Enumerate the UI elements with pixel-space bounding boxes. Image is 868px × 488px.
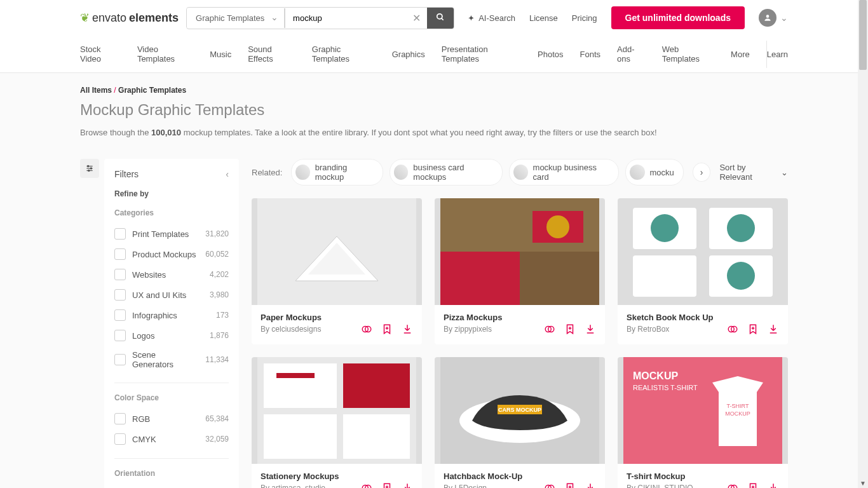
filter-name[interactable]: Websites bbox=[132, 270, 203, 280]
bookmark-icon[interactable] bbox=[747, 482, 759, 488]
clear-search-button[interactable]: ✕ bbox=[406, 12, 427, 24]
related-pill[interactable]: branding mockup bbox=[291, 159, 383, 186]
download-icon[interactable] bbox=[585, 323, 596, 337]
filter-name[interactable]: Logos bbox=[132, 331, 203, 341]
filter-name[interactable]: RGB bbox=[132, 414, 199, 424]
card-title[interactable]: Stationery Mockups bbox=[261, 471, 413, 481]
result-card[interactable]: Paper MockupsBy celciusdesigns bbox=[252, 198, 422, 344]
checkbox[interactable] bbox=[114, 289, 126, 301]
pill-thumb bbox=[513, 165, 527, 180]
filter-row: CMYK32,059 bbox=[114, 429, 229, 449]
sort-dropdown[interactable]: Sort by Relevant ⌄ bbox=[719, 163, 788, 182]
checkbox[interactable] bbox=[114, 269, 126, 280]
result-card[interactable]: CARS MOCKUPHatchback Mock-UpBy L5Design bbox=[435, 357, 605, 488]
result-card[interactable]: Sketch Book Mock UpBy RetroBox bbox=[618, 198, 788, 344]
bookmark-icon[interactable] bbox=[381, 323, 393, 337]
related-pill[interactable]: mockup business card bbox=[509, 159, 618, 186]
filter-name[interactable]: UX and UI Kits bbox=[132, 290, 203, 300]
similar-icon[interactable] bbox=[544, 323, 555, 337]
search-button[interactable] bbox=[427, 8, 454, 29]
category-select[interactable]: Graphic Templates bbox=[187, 8, 285, 28]
card-thumbnail[interactable] bbox=[252, 198, 422, 305]
checkbox[interactable] bbox=[114, 248, 126, 260]
similar-icon[interactable] bbox=[727, 482, 738, 488]
license-link[interactable]: License bbox=[529, 13, 558, 23]
bookmark-icon[interactable] bbox=[564, 482, 576, 488]
checkbox[interactable] bbox=[114, 354, 126, 365]
top-right: ✦ AI-Search License Pricing Get unlimite… bbox=[468, 6, 788, 29]
ai-search-link[interactable]: ✦ AI-Search bbox=[468, 13, 515, 23]
breadcrumb-root[interactable]: All Items bbox=[80, 86, 112, 95]
checkbox[interactable] bbox=[114, 330, 126, 341]
filter-name[interactable]: Infographics bbox=[132, 311, 210, 320]
nav-graphic-templates[interactable]: Graphic Templates bbox=[312, 36, 376, 72]
card-title[interactable]: Hatchback Mock-Up bbox=[444, 471, 596, 481]
related-pill[interactable]: business card mockups bbox=[390, 159, 503, 186]
card-title[interactable]: Sketch Book Mock Up bbox=[627, 313, 779, 322]
card-thumbnail[interactable] bbox=[435, 198, 605, 305]
chevron-down-icon: ⌄ bbox=[780, 13, 788, 23]
bookmark-icon[interactable] bbox=[381, 482, 393, 488]
similar-icon[interactable] bbox=[361, 482, 372, 488]
result-card[interactable]: Stationery MockupsBy artimasa_studio bbox=[252, 357, 422, 488]
bookmark-icon[interactable] bbox=[747, 323, 759, 337]
filter-name[interactable]: CMYK bbox=[132, 435, 199, 444]
svg-point-6 bbox=[88, 165, 89, 166]
nav-add-ons[interactable]: Add-ons bbox=[617, 36, 646, 72]
nav-video-templates[interactable]: Video Templates bbox=[137, 36, 193, 72]
nav-music[interactable]: Music bbox=[210, 41, 231, 68]
result-card[interactable]: MOCKUPREALISTIS T-SHIRTT-SHIRTMOCKUPT-sh… bbox=[618, 357, 788, 488]
card-thumbnail[interactable] bbox=[618, 198, 788, 305]
download-icon[interactable] bbox=[768, 323, 779, 337]
card-title[interactable]: Paper Mockups bbox=[261, 313, 413, 322]
nav-learn[interactable]: Learn bbox=[766, 41, 788, 68]
checkbox[interactable] bbox=[114, 433, 126, 445]
filter-name[interactable]: Scene Generators bbox=[132, 350, 199, 369]
download-icon[interactable] bbox=[768, 482, 779, 488]
breadcrumb-current[interactable]: Graphic Templates bbox=[118, 86, 186, 95]
checkbox[interactable] bbox=[114, 309, 126, 321]
similar-icon[interactable] bbox=[361, 323, 372, 337]
result-card[interactable]: Pizza MockupsBy zippypixels bbox=[435, 198, 605, 344]
scroll-down-icon[interactable]: ▼ bbox=[858, 478, 868, 488]
nav-photos[interactable]: Photos bbox=[538, 41, 563, 68]
filter-toggle[interactable] bbox=[80, 159, 99, 178]
download-icon[interactable] bbox=[402, 482, 413, 488]
filter-count: 31,820 bbox=[205, 229, 229, 238]
nav-graphics[interactable]: Graphics bbox=[392, 41, 425, 68]
sliders-icon bbox=[85, 164, 94, 173]
nav-sound-effects[interactable]: Sound Effects bbox=[248, 36, 295, 72]
nav-fonts[interactable]: Fonts bbox=[580, 41, 601, 68]
chevron-left-icon[interactable]: ‹ bbox=[226, 169, 229, 179]
download-icon[interactable] bbox=[402, 323, 413, 337]
similar-icon[interactable] bbox=[727, 323, 738, 337]
chevron-down-icon: ⌄ bbox=[781, 168, 788, 177]
nav-more[interactable]: More bbox=[731, 41, 750, 68]
checkbox[interactable] bbox=[114, 228, 126, 240]
nav-stock-video[interactable]: Stock Video bbox=[80, 36, 121, 72]
related-next-button[interactable]: › bbox=[693, 163, 711, 182]
nav-web-templates[interactable]: Web Templates bbox=[662, 36, 714, 72]
related-pill[interactable]: mocku bbox=[625, 159, 684, 186]
page-title: Mockup Graphic Templates bbox=[80, 101, 788, 119]
nav-presentation-templates[interactable]: Presentation Templates bbox=[442, 36, 521, 72]
user-menu[interactable]: ⌄ bbox=[759, 9, 788, 27]
card-title[interactable]: Pizza Mockups bbox=[444, 313, 596, 322]
checkbox[interactable] bbox=[114, 413, 126, 424]
download-icon[interactable] bbox=[585, 482, 596, 488]
logo[interactable]: ❦ envatoelements bbox=[80, 11, 179, 25]
bookmark-icon[interactable] bbox=[564, 323, 576, 337]
pricing-link[interactable]: Pricing bbox=[572, 13, 597, 23]
filter-row: Product Mockups60,052 bbox=[114, 244, 229, 264]
card-title[interactable]: T-shirt Mockup bbox=[627, 471, 779, 481]
card-thumbnail[interactable]: MOCKUPREALISTIS T-SHIRTT-SHIRTMOCKUP bbox=[618, 357, 788, 464]
scrollbar[interactable]: ▲ ▼ bbox=[858, 0, 868, 488]
filter-name[interactable]: Product Mockups bbox=[132, 250, 199, 259]
cta-button[interactable]: Get unlimited downloads bbox=[611, 6, 745, 29]
card-thumbnail[interactable] bbox=[252, 357, 422, 464]
similar-icon[interactable] bbox=[544, 482, 555, 488]
filter-name[interactable]: Print Templates bbox=[132, 229, 199, 239]
scroll-thumb[interactable] bbox=[859, 0, 867, 70]
search-input[interactable] bbox=[285, 8, 406, 28]
card-thumbnail[interactable]: CARS MOCKUP bbox=[435, 357, 605, 464]
